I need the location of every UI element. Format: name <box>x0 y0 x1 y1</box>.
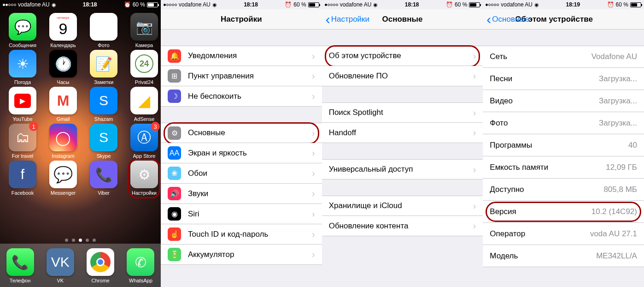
settings-row-0[interactable]: 🔔Уведомления› <box>161 46 322 66</box>
chevron-icon: › <box>312 168 315 179</box>
row-value: Загрузка... <box>599 74 637 84</box>
wifi-icon: ◉ <box>212 2 217 8</box>
general-row-4[interactable]: Универсальный доступ› <box>322 159 483 179</box>
signal-icon <box>164 4 177 6</box>
row-label: Программы <box>490 141 628 150</box>
status-time: 18:18 <box>405 1 419 8</box>
nav-title: Настройки <box>161 15 322 24</box>
app-icon: ▶ <box>9 87 36 114</box>
general-row-5[interactable]: Хранилище и iCloud› <box>322 196 483 216</box>
app-label: Календарь <box>50 42 76 48</box>
about-row-5[interactable]: Емкость памяти12,09 ГБ <box>483 156 644 179</box>
battery-pct: 60 % <box>133 1 145 8</box>
page-indicator[interactable] <box>0 239 161 242</box>
app-icon: M <box>49 87 77 114</box>
app-часы[interactable]: 🕐Часы <box>45 50 81 85</box>
app-label: Телефон <box>10 278 31 283</box>
chevron-icon: › <box>312 128 315 138</box>
about-row-8[interactable]: Операторvoda AU 27.1 <box>483 223 644 245</box>
app-icon: ✿ <box>90 13 117 41</box>
app-сообщения[interactable]: 💬Сообщения <box>5 13 41 48</box>
settings-row-5[interactable]: ❀Обои› <box>161 163 322 184</box>
row-label: Обновление ПО <box>329 72 469 81</box>
app-label: VK <box>57 278 64 283</box>
app-chrome[interactable]: Chrome <box>82 248 118 283</box>
about-row-6[interactable]: Доступно805,8 МБ <box>483 179 644 201</box>
row-label: Siri <box>188 209 308 219</box>
app-privat24[interactable]: 24Privat24 <box>126 50 161 85</box>
settings-row-7[interactable]: ◉Siri› <box>161 204 322 224</box>
row-icon: 🔋 <box>168 248 181 261</box>
chevron-icon: › <box>473 51 476 61</box>
alarm-icon: ⏰ <box>285 1 292 8</box>
about-row-3[interactable]: ФотоЗагрузка... <box>483 112 644 134</box>
row-value: Загрузка... <box>599 119 637 128</box>
back-button[interactable]: Основные <box>486 12 529 26</box>
app-настройки[interactable]: ⚙Настройки <box>126 161 161 196</box>
app-label: Gmail <box>57 116 70 122</box>
wifi-icon: ◉ <box>534 2 539 8</box>
app-icon: 💬 <box>9 13 36 41</box>
app-label: WhatsApp <box>129 278 152 283</box>
chevron-icon: › <box>473 127 476 138</box>
app-камера[interactable]: 📷Камера <box>126 13 161 48</box>
app-app-store[interactable]: Ⓐ3App Store <box>126 124 161 159</box>
app-instagram[interactable]: ◯Instagram <box>45 124 81 159</box>
app-facebook[interactable]: fFacebook <box>5 161 41 196</box>
about-row-4[interactable]: Программы40 <box>483 134 644 156</box>
app-календарь[interactable]: четверг9Календарь <box>45 13 81 48</box>
about-row-2[interactable]: ВидеоЗагрузка... <box>483 90 644 112</box>
about-row-9[interactable]: МодельME342LL/A <box>483 245 644 267</box>
row-icon: ☝ <box>168 227 181 241</box>
row-label: Touch ID и код-пароль <box>188 230 308 239</box>
chevron-icon: › <box>312 148 315 158</box>
general-row-6[interactable]: Обновление контента› <box>322 216 483 236</box>
chevron-icon: › <box>312 188 315 199</box>
app-messenger[interactable]: 💬Messenger <box>45 161 81 196</box>
general-row-2[interactable]: Поиск Spotlight› <box>322 102 483 123</box>
about-row-0[interactable]: СетьVodafone AU <box>483 46 644 68</box>
status-bar: vodafone AU◉ 18:19 ⏰60 % <box>483 0 644 9</box>
app-youtube[interactable]: ▶YouTube <box>5 87 41 122</box>
app-фото[interactable]: ✿Фото <box>86 13 122 48</box>
about-row-7[interactable]: Версия10.2 (14C92) <box>483 201 644 223</box>
app-gmail[interactable]: MGmail <box>45 87 81 122</box>
general-row-3[interactable]: Handoff› <box>322 123 483 143</box>
app-vk[interactable]: VKVK <box>42 248 78 283</box>
settings-row-2[interactable]: ☽Не беспокоить› <box>161 86 322 107</box>
row-label: Handoff <box>329 128 469 138</box>
app-adsense[interactable]: ◢AdSense <box>126 87 161 122</box>
app-whatsapp[interactable]: ✆WhatsApp <box>123 248 158 283</box>
chevron-icon: › <box>312 51 315 61</box>
app-label: For travel <box>12 153 33 159</box>
app-icon: S <box>90 124 117 151</box>
row-value: 805,8 МБ <box>603 185 637 194</box>
carrier-label: vodafone AU <box>501 1 533 8</box>
general-row-0[interactable]: Об этом устройстве› <box>322 46 483 66</box>
status-bar: vodafone AU◉ 18:18 ⏰60 % <box>161 0 322 9</box>
app-for-travel[interactable]: 🗂1For travel <box>5 124 41 159</box>
app-skype[interactable]: SSkype <box>86 124 122 159</box>
carrier-label: vodafone AU <box>340 1 372 8</box>
row-label: Основные <box>188 128 308 138</box>
app-телефон[interactable]: 📞Телефон <box>2 248 38 283</box>
settings-row-6[interactable]: 🔊Звуки› <box>161 184 322 204</box>
app-viber[interactable]: 📞Viber <box>86 161 122 196</box>
settings-row-1[interactable]: ⊞Пункт управления› <box>161 66 322 86</box>
app-icon: 📞 <box>90 161 117 188</box>
app-label: Заметки <box>94 79 113 85</box>
app-заметки[interactable]: 📝Заметки <box>86 50 122 85</box>
settings-row-9[interactable]: 🔋Аккумулятор› <box>161 245 322 265</box>
app-shazam[interactable]: SShazam <box>86 87 122 122</box>
settings-row-3[interactable]: ⚙Основные› <box>161 123 322 143</box>
app-погода[interactable]: ☀Погода <box>5 50 41 85</box>
back-button[interactable]: Настройки <box>326 12 369 26</box>
settings-row-4[interactable]: AAЭкран и яркость› <box>161 143 322 163</box>
settings-screen: vodafone AU◉ 18:18 ⏰60 % Настройки 🔔Увед… <box>161 0 322 287</box>
about-row-1[interactable]: ПесниЗагрузка... <box>483 68 644 90</box>
row-label: Песни <box>490 74 599 84</box>
general-row-1[interactable]: Обновление ПО› <box>322 66 483 86</box>
settings-row-8[interactable]: ☝Touch ID и код-пароль› <box>161 224 322 245</box>
app-icon <box>87 248 114 276</box>
battery-icon <box>469 2 480 7</box>
